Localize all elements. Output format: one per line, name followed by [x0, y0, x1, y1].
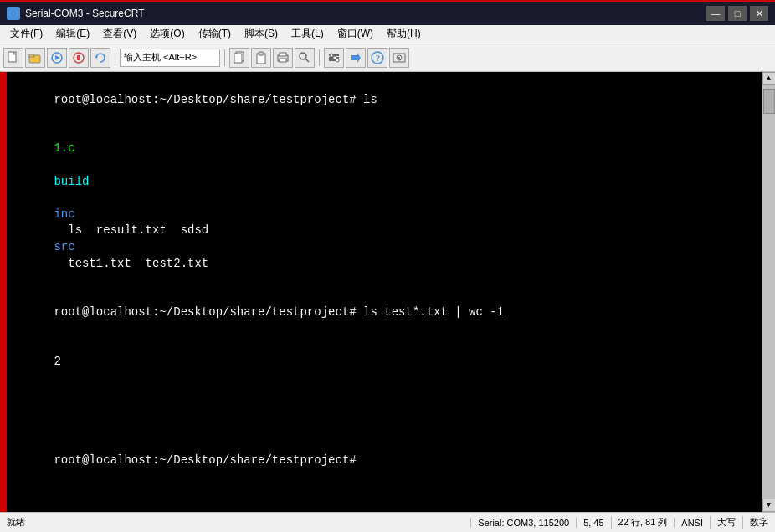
status-caps: 大写 — [710, 516, 742, 529]
toolbar-reconnect-btn[interactable] — [90, 48, 110, 68]
svg-rect-2 — [11, 13, 16, 16]
prompt-2: root@localhost:~/Desktop/share/testproje… — [54, 305, 504, 319]
dir-inc: inc — [54, 207, 74, 221]
status-connection: Serial: COM3, 115200 — [470, 518, 576, 528]
terminal-line-1: root@localhost:~/Desktop/share/testproje… — [12, 75, 757, 125]
svg-rect-17 — [280, 53, 286, 56]
svg-point-24 — [330, 54, 333, 57]
terminal-line-6: root@localhost:~/Desktop/share/testproje… — [12, 436, 757, 485]
status-encoding: ANSI — [674, 518, 710, 528]
file-1c: 1.c — [54, 141, 74, 155]
space-1 — [54, 158, 60, 171]
dir-src: src — [54, 240, 74, 253]
status-num: 数字 — [742, 516, 775, 529]
toolbar-open-btn[interactable] — [25, 48, 45, 68]
svg-marker-27 — [351, 53, 361, 63]
prompt-3: root@localhost:~/Desktop/share/testproje… — [54, 453, 363, 467]
toolbar-disconnect-btn[interactable] — [69, 48, 89, 68]
toolbar-sep-1 — [115, 49, 115, 66]
status-dimensions: 22 行, 81 列 — [611, 516, 675, 529]
toolbar: ? — [0, 43, 775, 72]
left-border — [0, 72, 7, 512]
svg-point-19 — [300, 53, 306, 59]
prompt-1: root@localhost:~/Desktop/share/testproje… — [54, 93, 377, 106]
toolbar-find-btn[interactable] — [295, 48, 315, 68]
terminal-line-4: 2 — [12, 338, 757, 387]
svg-point-32 — [398, 57, 400, 59]
scrollbar[interactable]: ▲ ▼ — [762, 72, 775, 512]
menu-tools[interactable]: 工具(L) — [285, 25, 331, 43]
svg-rect-13 — [234, 54, 242, 63]
svg-rect-6 — [29, 54, 34, 57]
terminal-line-2: 1.c build inc ls result.txt sdsd src tes… — [12, 125, 757, 289]
svg-rect-18 — [280, 59, 286, 62]
toolbar-sep-3 — [319, 49, 320, 66]
minimize-button[interactable]: — — [706, 6, 725, 21]
window-controls: — □ ✕ — [706, 6, 768, 21]
scroll-up-btn[interactable]: ▲ — [762, 72, 776, 85]
title-bar: Serial-COM3 - SecureCRT — □ ✕ — [0, 0, 775, 25]
wc-output: 2 — [54, 355, 60, 368]
svg-marker-8 — [55, 55, 60, 60]
close-button[interactable]: ✕ — [750, 6, 768, 21]
toolbar-new-btn[interactable] — [3, 48, 23, 68]
menu-bar: 文件(F) 编辑(E) 查看(V) 选项(O) 传输(T) 脚本(S) 工具(L… — [0, 25, 775, 43]
toolbar-print-btn[interactable] — [273, 48, 293, 68]
hostname-input[interactable] — [120, 49, 220, 67]
status-ready: 就绪 — [0, 516, 470, 529]
terminal[interactable]: root@localhost:~/Desktop/share/testproje… — [7, 72, 762, 512]
toolbar-screenshot-btn[interactable] — [389, 48, 409, 68]
main-area: root@localhost:~/Desktop/share/testproje… — [0, 72, 775, 512]
menu-window[interactable]: 窗口(W) — [331, 25, 380, 43]
svg-rect-10 — [77, 55, 80, 60]
dir-build: build — [54, 175, 89, 188]
scroll-thumb[interactable] — [763, 89, 775, 114]
space-2 — [54, 191, 60, 204]
menu-file[interactable]: 文件(F) — [3, 25, 49, 43]
svg-line-20 — [306, 59, 310, 62]
maximize-button[interactable]: □ — [728, 6, 747, 21]
toolbar-transfer-btn[interactable] — [346, 48, 366, 68]
terminal-line-3: root@localhost:~/Desktop/share/testproje… — [12, 289, 757, 338]
title-bar-left: Serial-COM3 - SecureCRT — [7, 7, 144, 20]
toolbar-paste-btn[interactable] — [251, 48, 271, 68]
window-title: Serial-COM3 - SecureCRT — [25, 8, 144, 19]
scroll-down-btn[interactable]: ▼ — [762, 499, 776, 512]
menu-view[interactable]: 查看(V) — [96, 25, 143, 43]
toolbar-settings-btn[interactable] — [324, 48, 344, 68]
svg-point-26 — [336, 59, 339, 62]
menu-edit[interactable]: 编辑(E) — [49, 25, 96, 43]
menu-options[interactable]: 选项(O) — [143, 25, 191, 43]
toolbar-sep-2 — [224, 49, 225, 66]
toolbar-copy-btn[interactable] — [229, 48, 249, 68]
app-icon — [7, 7, 20, 20]
menu-transfer[interactable]: 传输(T) — [192, 25, 238, 43]
files-middle: ls result.txt sdsd — [54, 223, 223, 237]
toolbar-help-btn[interactable]: ? — [367, 48, 388, 68]
files-end: test1.txt test2.txt — [54, 257, 208, 270]
status-position: 5, 45 — [576, 518, 610, 528]
svg-rect-15 — [259, 52, 264, 55]
terminal-line-5 — [12, 386, 757, 436]
toolbar-connect-btn[interactable] — [47, 48, 67, 68]
svg-text:?: ? — [376, 54, 380, 63]
menu-script[interactable]: 脚本(S) — [238, 25, 285, 43]
menu-help[interactable]: 帮助(H) — [380, 25, 428, 43]
status-bar: 就绪 Serial: COM3, 115200 5, 45 22 行, 81 列… — [0, 512, 775, 532]
